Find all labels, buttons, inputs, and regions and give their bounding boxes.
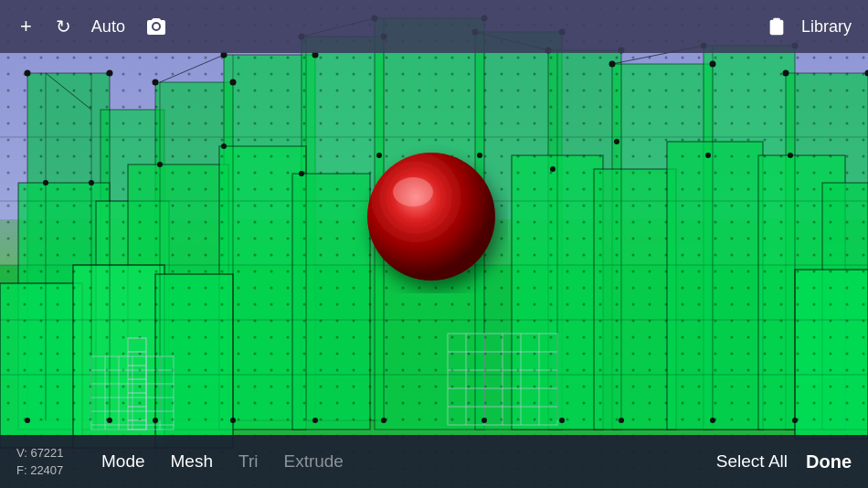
svg-point-88 (25, 418, 30, 423)
auto-label: Auto (91, 17, 125, 37)
svg-point-100 (89, 180, 94, 186)
svg-rect-122 (773, 18, 779, 22)
svg-point-108 (705, 153, 711, 158)
svg-point-94 (482, 418, 487, 423)
svg-point-92 (312, 418, 318, 423)
extrude-button[interactable]: Extrude (281, 448, 344, 475)
clipboard-button[interactable] (763, 13, 790, 40)
svg-point-91 (230, 418, 236, 423)
svg-point-102 (221, 143, 227, 149)
svg-point-106 (550, 166, 556, 172)
svg-point-93 (381, 418, 386, 423)
svg-point-89 (107, 418, 112, 423)
svg-point-68 (25, 70, 31, 77)
svg-point-105 (477, 153, 482, 158)
svg-point-103 (299, 171, 304, 176)
red-sphere[interactable] (367, 153, 495, 281)
svg-point-95 (559, 418, 565, 423)
bottom-center-controls: Mode Mesh Tri Extrude (85, 448, 716, 475)
add-button[interactable]: + (16, 11, 36, 42)
svg-point-83 (710, 61, 716, 68)
toolbar: + ↻ Auto Library (0, 0, 868, 53)
select-all-button[interactable]: Select All (716, 451, 788, 472)
scene-svg (0, 0, 868, 488)
svg-point-69 (107, 70, 113, 77)
svg-point-107 (614, 139, 619, 144)
face-count: F: 22407 (16, 461, 85, 480)
svg-point-110 (393, 177, 433, 207)
viewport[interactable] (0, 0, 868, 488)
svg-point-82 (609, 61, 616, 68)
svg-point-97 (710, 418, 715, 423)
camera-button[interactable] (142, 12, 171, 41)
svg-point-101 (157, 162, 163, 167)
svg-point-90 (153, 418, 158, 423)
svg-point-104 (376, 153, 382, 158)
svg-point-71 (230, 80, 237, 86)
svg-point-99 (43, 180, 48, 186)
vertex-count: V: 67221 (16, 444, 85, 462)
svg-point-109 (788, 153, 793, 158)
camera-icon (145, 16, 167, 37)
svg-point-96 (619, 418, 624, 423)
toolbar-right: Library (763, 13, 852, 40)
toolbar-left: + ↻ Auto (16, 11, 763, 42)
bottom-bar: V: 67221 F: 22407 Mode Mesh Tri Extrude … (0, 435, 868, 488)
done-button[interactable]: Done (806, 451, 852, 472)
mesh-stats: V: 67221 F: 22407 (16, 444, 85, 480)
svg-point-70 (153, 80, 159, 86)
mode-button[interactable]: Mode (100, 448, 147, 475)
library-label: Library (801, 17, 852, 37)
clipboard-icon (767, 16, 787, 37)
svg-point-86 (783, 70, 789, 77)
refresh-button[interactable]: ↻ (52, 12, 75, 41)
bottom-right-controls: Select All Done (716, 451, 852, 472)
tri-button[interactable]: Tri (237, 448, 259, 475)
svg-point-98 (792, 418, 798, 423)
mesh-button[interactable]: Mesh (169, 448, 215, 475)
